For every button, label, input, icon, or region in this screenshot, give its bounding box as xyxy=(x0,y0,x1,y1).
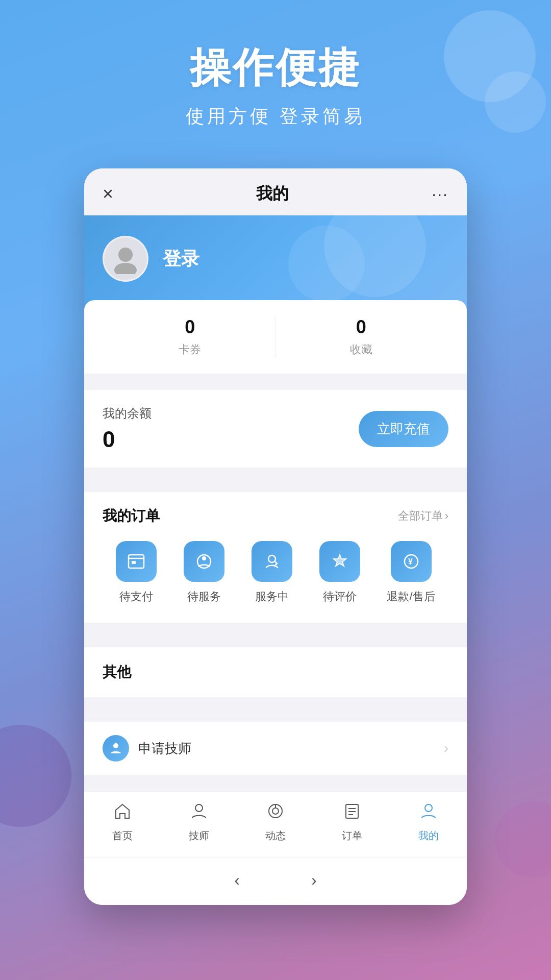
apply-technician-text: 申请技师 xyxy=(138,740,191,757)
balance-left: 我的余额 0 xyxy=(103,405,152,452)
nav-home-label: 首页 xyxy=(112,829,133,843)
header-subtitle: 使用方便 登录简易 xyxy=(0,104,551,129)
header-title: 操作便捷 xyxy=(0,41,551,96)
orders-title: 我的订单 xyxy=(103,506,160,526)
stat-coupons[interactable]: 0 卡券 xyxy=(105,316,276,357)
bg-circle-3 xyxy=(0,725,71,827)
svg-point-12 xyxy=(272,808,279,814)
refund-label: 退款/售后 xyxy=(387,589,435,604)
page-title: 我的 xyxy=(256,183,289,205)
mine-icon xyxy=(419,802,438,825)
pending-review-label: 待评价 xyxy=(323,589,357,604)
balance-title: 我的余额 xyxy=(103,405,152,422)
svg-point-6 xyxy=(268,555,276,562)
separator-3 xyxy=(84,631,467,639)
back-arrow[interactable]: ‹ xyxy=(224,867,250,894)
order-pending-payment[interactable]: 待支付 xyxy=(116,541,157,604)
avatar-icon xyxy=(110,243,141,274)
svg-point-0 xyxy=(118,248,133,262)
nav-mine-label: 我的 xyxy=(418,829,439,843)
orders-icons: 待支付 待服务 xyxy=(103,541,448,604)
nav-arrows: ‹ › xyxy=(84,857,467,905)
all-orders-link[interactable]: 全部订单 › xyxy=(398,508,448,524)
apply-left: 申请技师 xyxy=(103,735,191,762)
nav-orders-label: 订单 xyxy=(342,829,362,843)
order-refund[interactable]: ¥ 退款/售后 xyxy=(387,541,435,604)
nav-dynamic-label: 动态 xyxy=(265,829,286,843)
dynamic-icon xyxy=(266,802,285,825)
svg-text:¥: ¥ xyxy=(408,557,413,566)
bottom-nav: 首页 技师 动态 xyxy=(84,791,467,857)
in-service-label: 服务中 xyxy=(255,589,289,604)
stat-favorites[interactable]: 0 收藏 xyxy=(276,316,447,357)
phone-frame: × 我的 ··· 登录 0 卡券 0 收藏 我的余额 0 立即充值 xyxy=(84,168,467,905)
menu-button[interactable]: ··· xyxy=(432,185,448,204)
pending-payment-label: 待支付 xyxy=(119,589,153,604)
svg-rect-3 xyxy=(132,561,136,564)
svg-point-18 xyxy=(425,804,432,812)
order-pending-service[interactable]: 待服务 xyxy=(184,541,224,604)
avatar xyxy=(103,236,148,282)
orders-card: 我的订单 全部订单 › 待支付 xyxy=(84,492,467,623)
nav-home[interactable]: 首页 xyxy=(112,802,133,843)
stats-card: 0 卡券 0 收藏 xyxy=(84,300,467,374)
bg-circle-4 xyxy=(495,801,551,878)
orders-header: 我的订单 全部订单 › xyxy=(103,506,448,526)
order-pending-review[interactable]: 待评价 xyxy=(319,541,360,604)
svg-point-5 xyxy=(202,556,206,560)
refund-icon: ¥ xyxy=(391,541,432,582)
favorites-count: 0 xyxy=(276,316,447,338)
apply-technician-card[interactable]: 申请技师 › xyxy=(84,722,467,775)
nav-mine[interactable]: 我的 xyxy=(418,802,439,843)
separator-1 xyxy=(84,374,467,382)
profile-header[interactable]: 登录 xyxy=(84,215,467,312)
coupons-count: 0 xyxy=(105,316,276,338)
nav-technician[interactable]: 技师 xyxy=(189,802,209,843)
pending-service-label: 待服务 xyxy=(187,589,221,604)
balance-card: 我的余额 0 立即充值 xyxy=(84,390,467,468)
top-bar: × 我的 ··· xyxy=(84,168,467,215)
forward-arrow[interactable]: › xyxy=(301,867,327,894)
svg-rect-2 xyxy=(129,555,144,568)
separator-5 xyxy=(84,783,467,791)
recharge-button[interactable]: 立即充值 xyxy=(359,411,448,447)
login-text[interactable]: 登录 xyxy=(163,247,199,272)
close-button[interactable]: × xyxy=(103,183,113,205)
balance-amount: 0 xyxy=(103,427,152,452)
in-service-icon xyxy=(252,541,292,582)
home-icon xyxy=(113,802,132,825)
other-title: 其他 xyxy=(103,664,131,680)
other-card: 其他 xyxy=(84,647,467,697)
nav-technician-label: 技师 xyxy=(189,829,209,843)
pending-payment-icon xyxy=(116,541,157,582)
apply-technician-icon xyxy=(103,735,129,762)
separator-2 xyxy=(84,476,467,484)
pending-review-icon xyxy=(319,541,360,582)
nav-orders[interactable]: 订单 xyxy=(342,802,362,843)
header-section: 操作便捷 使用方便 登录简易 xyxy=(0,0,551,155)
chevron-right-icon: › xyxy=(444,740,448,756)
svg-point-10 xyxy=(195,804,203,812)
svg-point-9 xyxy=(113,743,118,748)
orders-nav-icon xyxy=(343,802,361,825)
coupons-label: 卡券 xyxy=(105,342,276,357)
pending-service-icon xyxy=(184,541,224,582)
separator-4 xyxy=(84,705,467,714)
svg-point-1 xyxy=(114,263,137,274)
nav-dynamic[interactable]: 动态 xyxy=(265,802,286,843)
order-in-service[interactable]: 服务中 xyxy=(252,541,292,604)
favorites-label: 收藏 xyxy=(276,342,447,357)
technician-icon xyxy=(190,802,208,825)
